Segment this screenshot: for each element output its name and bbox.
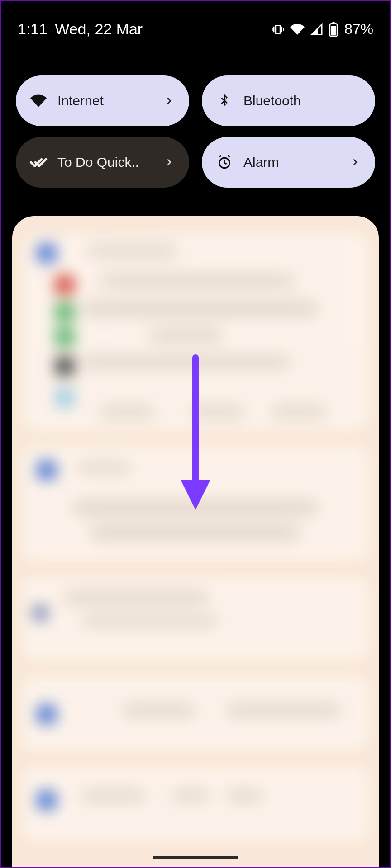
svg-line-6: [219, 156, 221, 157]
notification-card: [23, 677, 368, 750]
wifi-filled-icon: [29, 93, 48, 109]
cellular-signal-icon: [310, 23, 324, 36]
svg-line-5: [224, 163, 227, 164]
tile-bluetooth[interactable]: Bluetooth: [202, 75, 375, 126]
vibrate-icon: [271, 23, 285, 36]
notification-card: [23, 578, 368, 659]
status-date: Wed, 22 Mar: [55, 20, 143, 38]
chevron-right-icon: [163, 96, 176, 106]
chevron-right-icon: [163, 157, 176, 167]
svg-marker-9: [181, 480, 210, 510]
gesture-nav-bar[interactable]: [153, 856, 238, 859]
tile-bluetooth-label: Bluetooth: [243, 93, 362, 108]
double-check-icon: [29, 153, 48, 171]
notification-panel[interactable]: [12, 216, 379, 867]
chevron-right-icon: [349, 157, 362, 167]
status-bar: 1:11 Wed, 22 Mar 87%: [1, 20, 390, 38]
quick-settings-grid: Internet Bluetooth To Do Quick.. A: [16, 75, 375, 188]
tile-alarm-label: Alarm: [243, 155, 349, 170]
svg-line-7: [228, 156, 230, 157]
device-frame: 1:11 Wed, 22 Mar 87% Internet: [0, 0, 391, 868]
bluetooth-icon: [215, 93, 234, 108]
battery-percent: 87%: [344, 21, 373, 38]
tile-internet[interactable]: Internet: [16, 75, 189, 126]
svg-rect-2: [331, 26, 336, 36]
tile-alarm[interactable]: Alarm: [202, 137, 375, 188]
notification-card: [23, 768, 368, 840]
swipe-down-arrow-icon: [175, 354, 216, 514]
tile-todo-label: To Do Quick..: [57, 155, 163, 170]
battery-icon: [329, 22, 338, 37]
tile-todo-quick[interactable]: To Do Quick..: [16, 137, 189, 188]
alarm-clock-icon: [215, 154, 234, 170]
status-time: 1:11: [18, 20, 48, 38]
wifi-icon: [290, 22, 305, 37]
tile-internet-label: Internet: [57, 93, 163, 108]
